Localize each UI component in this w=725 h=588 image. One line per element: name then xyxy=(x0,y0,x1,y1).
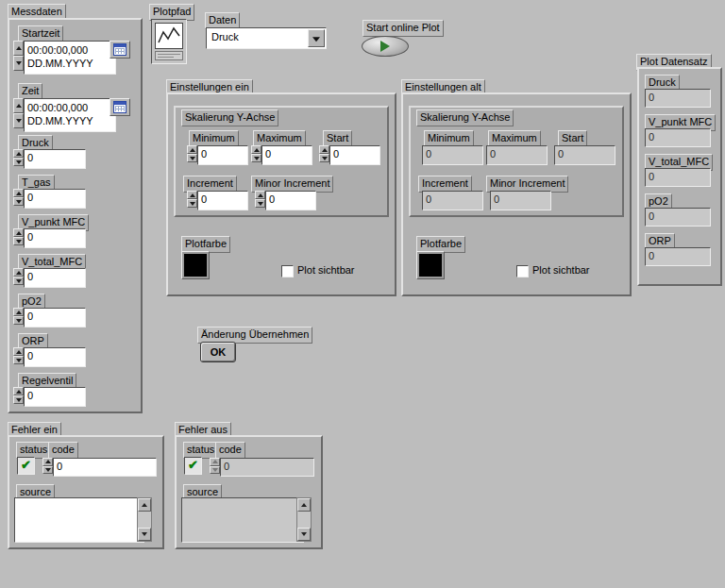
start-plot-button[interactable] xyxy=(362,36,409,57)
checkmark-icon: ✔ xyxy=(188,458,198,472)
startzeit-spinner[interactable] xyxy=(13,41,24,71)
source-scrollbar[interactable] xyxy=(296,497,312,542)
increment-field[interactable]: 0 xyxy=(197,191,248,210)
druck-spinner[interactable] xyxy=(13,149,24,166)
regelventil-field[interactable]: 0 xyxy=(24,387,86,407)
spin-up-button[interactable] xyxy=(13,387,24,395)
spin-down-button[interactable] xyxy=(42,466,53,475)
plot-datensatz-panel: Druck 0 V_punkt MFC 0 V_total_MFC 0 pO2 … xyxy=(637,67,722,286)
spin-down-button[interactable] xyxy=(13,56,24,71)
fehler-ein-panel: status code ✔ 0 source xyxy=(8,435,164,549)
v-punkt-mfc-spinner[interactable] xyxy=(13,228,24,245)
plot-sichtbar-checkbox[interactable] xyxy=(281,265,294,277)
start-spinner[interactable] xyxy=(319,145,329,162)
code-field[interactable]: 0 xyxy=(53,458,157,477)
startzeit-date-text: DD.MM.YYYY xyxy=(27,57,112,70)
source-scrollbar[interactable] xyxy=(137,497,152,542)
spin-down-button[interactable] xyxy=(13,113,24,128)
orp-spinner[interactable] xyxy=(13,347,24,364)
startzeit-calendar-button[interactable] xyxy=(110,41,130,59)
spin-up-button xyxy=(210,458,220,466)
spin-down-button[interactable] xyxy=(13,237,24,245)
zeit-spinner[interactable] xyxy=(13,98,24,128)
start-field[interactable]: 0 xyxy=(329,145,380,165)
spin-down-button[interactable] xyxy=(187,154,197,162)
po2-field[interactable]: 0 xyxy=(24,308,86,328)
maximum-spinner[interactable] xyxy=(251,145,261,162)
einstellungen-ein-panel: Skalierung Y-Achse Minimum Maximum Start… xyxy=(166,92,396,296)
spin-up-button[interactable] xyxy=(13,41,24,56)
minimum-field[interactable]: 0 xyxy=(197,145,248,165)
plotpfad-control[interactable] xyxy=(151,19,187,64)
po2-indicator: 0 xyxy=(645,208,711,227)
spin-down-button[interactable] xyxy=(13,395,24,404)
spin-up-button[interactable] xyxy=(13,268,24,277)
run-arrow-icon xyxy=(380,41,390,52)
zeit-calendar-button[interactable] xyxy=(110,98,130,116)
spin-down-button[interactable] xyxy=(13,158,24,166)
color-swatch xyxy=(419,254,442,277)
spin-up-button[interactable] xyxy=(13,98,24,113)
v-total-mfc-field[interactable]: 0 xyxy=(24,268,86,288)
zeit-date-text: DD.MM.YYYY xyxy=(27,114,112,127)
plot-sichtbar-label: Plot sichtbar xyxy=(297,264,355,277)
druck-field[interactable]: 0 xyxy=(24,149,86,169)
regelventil-spinner[interactable] xyxy=(13,387,24,404)
source-indicator xyxy=(181,497,304,543)
spin-up-button[interactable] xyxy=(187,191,197,199)
plot-sichtbar-checkbox[interactable] xyxy=(516,265,529,277)
spin-down-button[interactable] xyxy=(13,197,24,206)
v-total-mfc-spinner[interactable] xyxy=(13,268,24,285)
labview-front-panel: Messdaten Startzeit 00:00:00,000 DD.MM.Y… xyxy=(0,0,725,588)
spin-down-button[interactable] xyxy=(13,356,24,364)
spin-down-button[interactable] xyxy=(251,154,261,162)
scroll-down-button[interactable] xyxy=(138,528,151,541)
orp-field[interactable]: 0 xyxy=(24,347,86,367)
t-gas-field[interactable]: 0 xyxy=(24,189,86,209)
po2-spinner[interactable] xyxy=(13,308,24,325)
startzeit-field[interactable]: 00:00:00,000 DD.MM.YYYY xyxy=(24,41,116,75)
spin-up-button[interactable] xyxy=(255,191,265,199)
scroll-up-button[interactable] xyxy=(297,498,311,512)
spin-up-button[interactable] xyxy=(13,228,24,237)
minor-increment-spinner[interactable] xyxy=(255,191,265,208)
spin-up-button[interactable] xyxy=(13,308,24,316)
skalierung-group: Skalierung Y-Achse Minimum Maximum Start… xyxy=(174,106,389,217)
spin-up-button[interactable] xyxy=(13,149,24,158)
maximum-field[interactable]: 0 xyxy=(261,145,312,165)
zeit-field[interactable]: 00:00:00,000 DD.MM.YYYY xyxy=(24,98,116,132)
scroll-up-button[interactable] xyxy=(138,498,151,512)
spin-up-button[interactable] xyxy=(42,458,53,466)
daten-selected-value: Druck xyxy=(211,31,239,42)
spin-down-button xyxy=(210,466,220,475)
minor-increment-field[interactable]: 0 xyxy=(265,191,316,210)
plotfarbe-colorbox[interactable] xyxy=(181,251,210,279)
source-field[interactable] xyxy=(14,497,144,543)
spin-up-button[interactable] xyxy=(251,145,261,154)
spin-up-button[interactable] xyxy=(13,347,24,356)
code-spinner[interactable] xyxy=(42,458,53,474)
spin-down-button[interactable] xyxy=(187,199,197,208)
spin-up-button[interactable] xyxy=(13,189,24,197)
spin-up-button[interactable] xyxy=(319,145,329,154)
t-gas-spinner[interactable] xyxy=(13,189,24,206)
spin-down-button[interactable] xyxy=(13,316,24,325)
daten-dropdown[interactable]: Druck xyxy=(206,27,327,49)
druck-indicator: 0 xyxy=(645,89,711,108)
status-led[interactable]: ✔ xyxy=(17,457,35,475)
spin-up-button[interactable] xyxy=(187,145,197,154)
spin-down-button[interactable] xyxy=(255,199,265,208)
status-led: ✔ xyxy=(184,457,202,475)
spin-down-button[interactable] xyxy=(13,277,24,285)
dropdown-arrow-button[interactable] xyxy=(308,29,325,47)
start-plot-title: Start online Plot xyxy=(362,20,444,37)
ok-button[interactable]: OK xyxy=(200,342,236,362)
code-indicator: 0 xyxy=(220,458,314,477)
scroll-down-button[interactable] xyxy=(297,528,311,541)
minimum-spinner[interactable] xyxy=(187,145,197,162)
spin-down-button[interactable] xyxy=(319,154,329,162)
increment-spinner[interactable] xyxy=(187,191,197,208)
code-label: code xyxy=(48,442,78,459)
v-punkt-mfc-field[interactable]: 0 xyxy=(24,228,86,248)
code-label: code xyxy=(215,442,245,459)
